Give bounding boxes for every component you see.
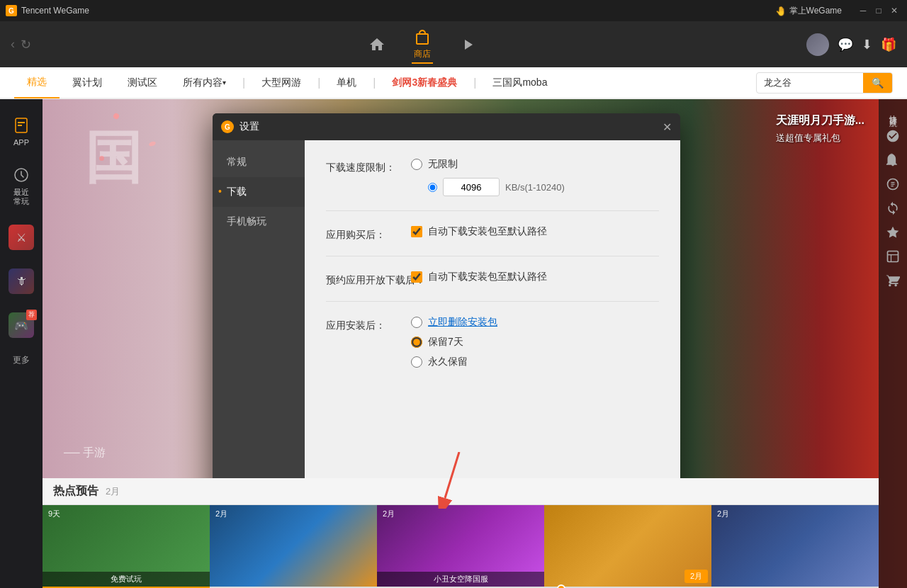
cat-sanguo[interactable]: 三国风moba (480, 67, 560, 98)
radio-unlimited[interactable] (411, 159, 422, 170)
dsidebar-mobile[interactable]: 手机畅玩 (213, 207, 305, 237)
cat-test[interactable]: 测试区 (115, 67, 170, 98)
cat-featured[interactable]: 精选 (14, 67, 60, 98)
message-icon[interactable]: 💬 (838, 37, 853, 52)
radio-keep-forever-item: 永久保留 (411, 356, 659, 368)
category-bar: 精选 翼计划 测试区 所有内容 | 大型网游 | 单机 | 剑网3新春盛典 | … (0, 67, 907, 99)
after-purchase-checkbox-row: 自动下载安装包至默认路径 (411, 225, 659, 238)
preview-card-4[interactable]: 2月 (544, 505, 711, 587)
arrow-svg (438, 452, 480, 509)
card1-label: 免费试玩 (43, 572, 210, 587)
nav-home[interactable] (354, 33, 400, 57)
hot-preview-title: 热点预告 (53, 484, 98, 499)
download-icon[interactable]: ⬇ (862, 37, 872, 52)
promo-subtitle: 送超值专属礼包 (776, 132, 864, 145)
titlebar: G Tencent WeGame 🤚 掌上WeGame ─ □ ✕ (0, 0, 907, 21)
card4-date-badge: 2月 (685, 570, 708, 583)
sidebar-recent[interactable]: 最近常玩 (4, 159, 39, 212)
radio-delete[interactable] (411, 317, 422, 328)
after-preorder-checkbox-label: 自动下载安装包至默认路径 (428, 271, 547, 283)
preview-card-2[interactable]: 2月 (210, 505, 377, 587)
maximize-button[interactable]: □ (872, 4, 886, 18)
cat-jianwang[interactable]: 剑网3新春盛典 (379, 67, 470, 98)
qnav-item-5[interactable] (881, 221, 904, 244)
divider2 (326, 256, 659, 256)
nav-video[interactable] (445, 33, 490, 57)
nav-icon-group: 商店 (45, 26, 799, 64)
app-title: Tencent WeGame (21, 6, 89, 16)
preview-card-5[interactable]: 2月 (711, 505, 879, 587)
qnav-item-7[interactable] (881, 269, 904, 292)
sidebar-game3[interactable]: 🎮 荐 (4, 307, 39, 344)
radio-unlimited-label: 无限制 (428, 158, 458, 171)
svg-rect-1 (18, 122, 25, 123)
download-speed-section: 下载速度限制： 无限制 KB/s(1-10240) (326, 158, 659, 196)
game3-icon: 🎮 荐 (9, 312, 34, 338)
back-button[interactable]: ‹ (11, 37, 15, 52)
svg-rect-2 (18, 125, 22, 126)
radio-delete-label: 立即删除安装包 (428, 316, 497, 329)
arrow-indicator (438, 452, 480, 511)
hot-preview-month: 2月 (106, 485, 120, 498)
after-install-controls: 立即删除安装包 保留7天 永久保留 (411, 316, 659, 368)
dialog-close-button[interactable]: ✕ (663, 120, 672, 134)
recent-icon (11, 165, 31, 185)
after-purchase-checkbox[interactable] (411, 226, 422, 237)
dialog-logo-icon: G (221, 120, 234, 133)
search-button[interactable]: 🔍 (863, 72, 892, 94)
dsidebar-general[interactable]: 常规 (213, 147, 305, 177)
app-logo-icon: G (6, 5, 17, 16)
radio-keep7[interactable] (411, 337, 422, 348)
after-install-section: 应用安装后： 立即删除安装包 保留7天 永久保留 (326, 316, 659, 368)
divider3: | (373, 77, 376, 89)
radio-keep-forever[interactable] (411, 356, 422, 368)
timeline-dot (557, 584, 565, 588)
preview-card-3[interactable]: 2月 小丑女空降国服 (377, 505, 544, 587)
radio-custom[interactable] (428, 183, 437, 192)
divider2: | (317, 77, 320, 89)
qnav-item-3[interactable] (881, 173, 904, 196)
sidebar-game2[interactable]: 🗡 (4, 263, 39, 300)
qnav-item-2[interactable] (881, 149, 904, 171)
card5-date: 2月 (717, 509, 729, 519)
dialog-titlebar: G 设置 ✕ (213, 113, 680, 140)
radio-unlimited-item: 无限制 (411, 158, 659, 171)
qnav-item-4[interactable] (881, 197, 904, 220)
after-purchase-checkbox-label: 自动下载安装包至默认路径 (428, 225, 547, 238)
divider1: | (242, 77, 245, 89)
nav-arrows: ‹ ↻ (11, 37, 31, 52)
cat-mmo[interactable]: 大型网游 (249, 67, 314, 98)
close-button[interactable]: ✕ (887, 4, 901, 18)
sidebar-more[interactable]: 更多 (13, 354, 30, 366)
preview-card-1[interactable]: 9天 免费试玩 (43, 505, 210, 587)
qnav-item-6[interactable] (881, 245, 904, 268)
download-speed-controls: 无限制 KB/s(1-10240) (411, 158, 659, 196)
gift-icon[interactable]: 🎁 (881, 37, 896, 52)
cat-single[interactable]: 单机 (324, 67, 369, 98)
cat-all[interactable]: 所有内容 (170, 67, 239, 98)
divider3 (326, 301, 659, 302)
titlebar-controls: ─ □ ✕ (856, 4, 901, 18)
dialog-body: 常规 下载 手机畅玩 下载速度限制： 无限制 KB/s(1-10240) (213, 140, 680, 480)
after-purchase-label: 应用购买后： (326, 225, 411, 242)
user-avatar[interactable] (806, 33, 829, 56)
card3-label: 小丑女空降国服 (377, 572, 544, 587)
radio-keep-forever-label: 永久保留 (428, 356, 468, 368)
sidebar-app[interactable]: APP (4, 110, 39, 152)
sidebar-game1[interactable]: ⚔ (4, 219, 39, 256)
dialog-title: 设置 (240, 120, 259, 133)
nav-shop[interactable]: 商店 (400, 26, 445, 64)
minimize-button[interactable]: ─ (856, 4, 870, 18)
dsidebar-download[interactable]: 下载 (213, 177, 305, 207)
divider1 (326, 210, 659, 211)
speed-value-input[interactable] (443, 178, 500, 196)
refresh-button[interactable]: ↻ (21, 37, 31, 52)
qnav-item-1[interactable] (881, 125, 904, 147)
search-input[interactable] (757, 77, 863, 88)
after-preorder-checkbox[interactable] (411, 271, 422, 283)
dialog-sidebar: 常规 下载 手机畅玩 (213, 140, 305, 480)
cat-wing[interactable]: 翼计划 (60, 67, 115, 98)
after-purchase-controls: 自动下载安装包至默认路径 (411, 225, 659, 238)
after-preorder-label: 预约应用开放下载后： (326, 271, 411, 287)
sidebar-recent-label: 最近常玩 (13, 188, 29, 206)
